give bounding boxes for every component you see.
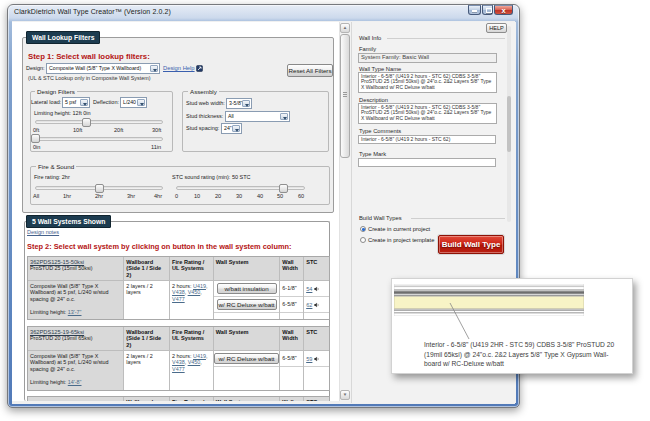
design-help-link[interactable]: Design Help [163,65,195,71]
ul-link[interactable]: V450 [188,359,201,365]
speaker-icon[interactable] [314,302,320,308]
radio-create-template[interactable] [360,237,366,243]
radio-create-current[interactable] [360,226,366,232]
col-width: Wall Width [280,397,303,401]
table-cell: Wall Width [280,327,304,350]
close-button[interactable]: x [494,5,513,15]
limiting-height-link[interactable]: 13'-7" [68,309,82,315]
callout-line: board w/ RC-Deluxe w/batt [424,360,504,367]
table-cell: Fire Rating / UL Systems [170,257,214,280]
right-scrollbar-thumb[interactable] [507,96,511,152]
reset-all-filters-button[interactable]: Reset All Filters [287,64,333,77]
system-id-cell: 362PDS125-15-50ksi ProSTUD 25 (15mil 50k… [28,257,123,274]
ul-link[interactable]: V477 [172,366,185,372]
callout-text: Interior - 6-5/8" (U419 2HR - STC 59) CD… [424,340,626,369]
table-cell: 54 62 [304,281,329,319]
col-wallboard: Wallboard (Side 1 / Side 2) [124,397,169,401]
variant-subrow: 54 [304,281,329,297]
radio-create-current-label: Create in current project [368,226,430,232]
ul-link[interactable]: U419 [193,353,206,359]
radio-create-template-label: Create in project template [368,237,434,243]
design-filters-legend: Design Filters [35,88,77,95]
wallboard-cell: 2 layers / 2 layers [124,281,169,298]
tick-30ft: 30ft [152,127,161,133]
wall-type-name-field[interactable]: Interior - 6-5/8" (U419 2 hours - STC 62… [358,72,497,93]
ul-link[interactable]: V450 [188,289,201,295]
height-in-slider-thumb[interactable] [31,134,40,143]
maximize-button[interactable] [482,5,493,15]
table-cell: STC [304,327,329,350]
ul-link[interactable]: U419 [193,283,206,289]
design-notes-link[interactable]: Design notes [27,229,59,235]
stud-thickness-select[interactable]: All [225,111,290,122]
fire-rating-cell: 2 hours: U419, V438, V450, V477 [170,351,213,374]
fire-rating-cell: 2 hours: U419, V438, V450, V477 [170,281,213,304]
stc-cell: 59 [304,356,320,362]
fire-hours-text: 2 hours: [172,353,191,359]
comma-separator: , [206,283,208,289]
minimize-button[interactable] [468,5,481,15]
stc-link[interactable]: 54 [306,286,312,292]
scroll-down-icon[interactable]: ▼ [340,390,350,400]
limiting-height-link[interactable]: 14'-8" [68,379,82,385]
system-desc-text: Composite Wall (5/8" Type X Wallboard) a… [30,353,109,372]
ul-link[interactable]: V477 [172,296,185,302]
type-mark-field[interactable] [358,158,496,167]
family-field[interactable]: System Family: Basic Wall [358,53,497,63]
wall-system-button[interactable]: w/ RC Deluxe w/batt [214,353,280,364]
deflection-select[interactable]: L/240 [120,97,147,108]
comma-separator: , [206,353,208,359]
system-desc-text: Composite Wall (5/8" Type X Wallboard) a… [30,283,109,302]
table-cell: Wallboard (Side 1 / Side 2) [124,327,170,350]
col-stc: STC [304,327,329,337]
stud-web-width-select[interactable]: 3-5/8" [226,98,252,109]
variant-subrow: w/batt insulation [214,281,280,297]
speaker-icon[interactable] [314,356,320,362]
design-select-value: Composite Wall (5/8" Type X Wallboard) [49,65,141,71]
desktop: ClarkDietrich Wall Type Creator™ (Versio… [0,0,650,421]
close-icon: x [495,7,512,15]
tick-0ft: 0ft [33,127,39,133]
comma-separator: , [185,359,187,365]
type-comments-field[interactable]: Interior - 6-5/8" (U419 2 hours - STC 62… [358,135,496,144]
ul-link[interactable]: V438 [172,359,185,365]
system-id-link[interactable]: 362PDS125-19-65ksi [30,329,84,335]
system-id-link[interactable]: 362PDS125-15-50ksi [30,259,84,265]
wall-system-button[interactable]: w/batt insulation [217,283,277,294]
height-ft-slider-track[interactable] [35,120,163,124]
wall-system-button[interactable]: w/ RC Deluxe w/batt [217,299,277,310]
tick-stc-20: 20 [215,193,221,199]
fire-rating-slider-thumb[interactable] [95,184,104,193]
chevron-down-icon [137,99,145,106]
table-cell: 362PDS125-15-50ksi ProSTUD 25 (15mil 50k… [28,257,124,280]
speaker-icon[interactable] [314,286,320,292]
help-button[interactable]: HELP [486,23,507,33]
tick-11in: 11in [151,144,161,150]
table-header-row: 362PDS125-15-50ksi ProSTUD 25 (15mil 50k… [28,257,329,281]
variant-subrow: 6-5/8" [280,351,303,367]
ul-link[interactable]: V438 [172,289,185,295]
description-field[interactable]: Interior - 6-5/8" (U419 2 hours - STC 62… [358,103,497,124]
system-description: Composite Wall (5/8" Type X Wallboard) a… [28,351,123,387]
col-wallboard: Wallboard (Side 1 / Side 2) [124,327,169,350]
col-fire: Fire Rating / UL Systems [170,327,213,344]
height-in-slider-track[interactable] [35,137,163,141]
stud-spacing-select[interactable]: 24" [221,123,242,134]
stc-link[interactable]: 59 [306,356,312,362]
design-select[interactable]: Composite Wall (5/8" Type X Wallboard) [46,63,160,74]
table-cell: 59 [304,351,329,390]
stud-thickness-label: Stud thickness: [186,113,223,119]
scroll-up-icon[interactable]: ▲ [340,23,350,33]
variant-subrow: 6-5/8" [280,297,303,313]
limiting-height-label: Limiting height: 12ft 0in [34,110,91,116]
step1-title: Step 1: Select wall lookup filters: [28,52,150,61]
stc-slider-thumb[interactable] [279,184,288,193]
col-system: Wall System [214,257,280,267]
stc-link[interactable]: 62 [306,302,312,308]
lateral-load-select[interactable]: 5 psf [62,97,90,108]
design-label: Design: [26,65,45,71]
design-help-icon[interactable] [196,65,203,72]
limiting-height-text: Limiting height: [30,379,66,385]
height-ft-slider-thumb[interactable] [82,118,91,127]
build-wall-type-button[interactable]: Build Wall Type [438,235,504,254]
